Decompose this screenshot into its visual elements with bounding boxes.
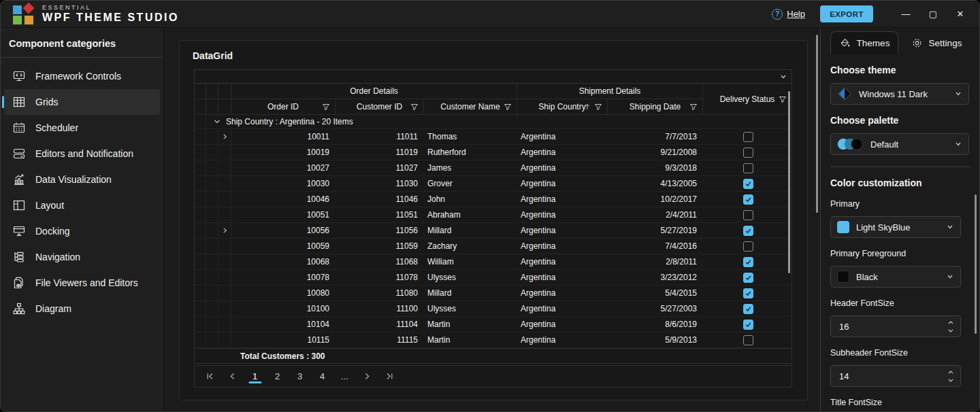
main-vertical-scrollbar[interactable] [816,35,818,213]
table-row[interactable]: 1007811078UlyssesArgentina3/23/2012 [195,270,791,286]
delivery-checkbox[interactable] [743,194,753,205]
help-link[interactable]: ? Help [772,9,805,20]
filter-icon[interactable] [779,95,787,103]
table-row[interactable]: 1006811068WilliamArgentina2/8/2011 [195,254,791,270]
primary-foreground-dropdown[interactable]: Black [830,266,961,288]
expand-row-icon[interactable] [222,133,228,141]
column-header-ship-country[interactable]: Ship Country [517,99,608,115]
sidebar-item-data-visualization[interactable]: Data Visualization [4,167,160,192]
table-row[interactable]: 1001111011ThomasArgentina7/7/2013 [195,129,791,145]
collapse-group-icon[interactable] [213,118,221,126]
spinner-down-icon[interactable] [947,377,954,383]
theme-swatch-icon [837,86,852,101]
sidebar-item-framework-controls[interactable]: Framework Controls [4,63,160,89]
sidebar-item-docking[interactable]: Docking [4,218,160,244]
cell-shipping-date: 9/3/2018 [608,160,703,175]
indent-cell [195,192,206,207]
cell-shipping-date: 5/4/2015 [608,286,703,301]
cell-shipping-date: 5/27/2019 [608,223,703,238]
spinner-up-icon[interactable] [947,369,954,375]
page-button-2[interactable]: 2 [266,366,289,387]
primary-color-dropdown[interactable]: Light SkyBlue [830,216,961,238]
tab-themes[interactable]: Themes [830,31,898,54]
table-row[interactable]: 1003011030GroverArgentina4/13/2005 [195,176,791,192]
filter-icon[interactable] [504,103,512,111]
last-page-button[interactable] [378,366,401,387]
expand-row-icon[interactable] [222,226,228,235]
column-header-customer-name[interactable]: Customer Name [424,99,517,115]
sidebar-item-scheduler[interactable]: Scheduler [4,115,160,141]
delivery-checkbox[interactable] [743,257,753,267]
sidebar-item-navigation[interactable]: Navigation [4,244,160,270]
delivery-checkbox[interactable] [743,273,753,283]
spinner-down-icon[interactable] [947,328,954,333]
table-row[interactable]: 1005611056MillardArgentina5/27/2019 [195,223,791,239]
group-caption-row[interactable]: Ship Country : Argentina - 20 Items [195,115,791,129]
docking-icon [12,224,26,238]
table-row[interactable]: 1005111051AbrahamArgentina2/4/2011 [195,207,791,223]
cell-customer-id: 11027 [336,160,424,175]
delivery-checkbox[interactable] [743,226,753,236]
table-row[interactable]: 1002711027JamesArgentina9/3/2018 [195,160,791,176]
filter-icon[interactable] [322,103,330,111]
cell-order-id: 10011 [231,129,336,144]
table-row[interactable]: 1001911019RutherfordArgentina9/21/2008 [195,145,791,160]
page-button-3[interactable]: 3 [289,366,311,387]
sidebar-item-file-viewers-and-editors[interactable]: File Viewers and Editors [4,270,160,296]
panel-vertical-scrollbar[interactable] [975,194,977,334]
column-header-label: Customer ID [357,102,402,111]
filter-icon[interactable] [410,103,419,111]
column-header-shipping-date[interactable]: Shipping Date [608,99,703,115]
next-page-button[interactable] [356,366,378,387]
delivery-checkbox[interactable] [743,163,753,173]
page-button-1[interactable]: 1 [244,366,266,387]
delivery-checkbox[interactable] [743,288,753,298]
file-viewers-icon [12,276,26,290]
column-header-order-id[interactable]: Order ID [231,99,336,115]
cell-customer-id: 11104 [336,317,424,332]
first-page-button[interactable] [199,366,221,387]
tab-settings[interactable]: Settings [898,31,975,54]
delivery-checkbox[interactable] [743,148,753,158]
previous-page-button[interactable] [221,366,244,387]
delivery-checkbox[interactable] [743,335,753,345]
data-visualization-icon [12,173,26,186]
delivery-checkbox[interactable] [743,304,753,314]
grid-vertical-scrollbar[interactable] [788,91,790,273]
page-button-4[interactable]: 4 [311,366,333,387]
spinner-up-icon[interactable] [947,320,954,325]
table-row[interactable]: 1010411104MartinArgentina8/6/2019 [195,317,791,332]
sidebar-item-layout[interactable]: Layout [4,192,160,218]
close-button[interactable]: ✕ [947,1,974,28]
table-row[interactable]: 1008011080MillardArgentina5/4/2015 [195,286,791,301]
delivery-checkbox[interactable] [743,320,753,330]
column-header-customer-id[interactable]: Customer ID [336,99,424,115]
header-fontsize-spinner[interactable]: 16 [830,315,961,337]
grid-options-combobox[interactable] [194,69,792,84]
table-row[interactable]: 1011511115MartinArgentina5/9/2013 [195,332,791,348]
subheader-fontsize-spinner[interactable]: 14 [830,365,961,387]
sidebar-item-editors-and-notification[interactable]: Editors and Notification [4,141,160,167]
header-fontsize-value: 16 [839,322,849,332]
sidebar-item-grids[interactable]: Grids [4,89,160,115]
palette-dropdown[interactable]: Default [830,133,969,155]
minimize-button[interactable]: — [892,1,919,28]
filter-icon[interactable] [689,103,698,111]
table-row[interactable]: 1005911059ZacharyArgentina7/4/2016 [195,239,791,254]
delivery-checkbox[interactable] [743,210,753,220]
maximize-button[interactable]: ▢ [919,1,947,28]
delivery-checkbox[interactable] [743,132,753,142]
theme-dropdown[interactable]: Windows 11 Dark [830,83,969,105]
filter-icon[interactable] [594,103,602,111]
sidebar-item-diagram[interactable]: Diagram [4,296,160,322]
pager-ellipsis[interactable]: ... [333,366,356,387]
brand-wpf-theme-studio: WPF THEME STUDIO [42,12,179,24]
column-header-delivery-status[interactable]: Delivery Status [703,84,791,115]
sidebar-item-label: Editors and Notification [35,148,133,159]
table-row[interactable]: 1004611046JohnArgentina10/2/2017 [195,192,791,207]
delivery-checkbox[interactable] [743,241,753,252]
cell-ship-country: Argentina [517,207,608,222]
table-row[interactable]: 1010011100UlyssesArgentina5/27/2003 [195,301,791,317]
export-button[interactable]: EXPORT [820,5,873,22]
delivery-checkbox[interactable] [743,179,753,189]
